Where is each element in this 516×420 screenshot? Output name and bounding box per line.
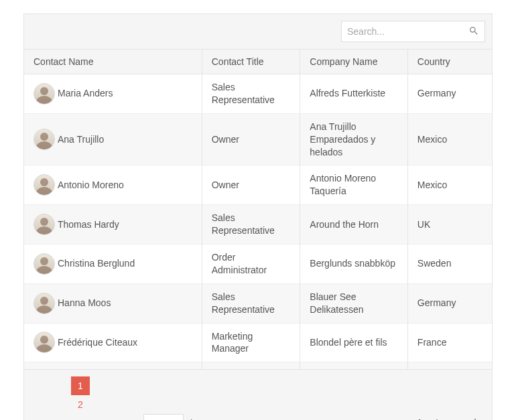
table-row[interactable]: Antonio MorenoOwnerAntonio Moreno Taquer… bbox=[24, 165, 492, 205]
company-name: Blondel père et fils bbox=[300, 324, 408, 362]
contact-name: Maria Anders bbox=[58, 87, 113, 100]
avatar bbox=[34, 332, 55, 353]
country: Germany bbox=[407, 74, 492, 113]
company-name: Ana Trujillo Emparedados y helados bbox=[300, 114, 408, 165]
table-row[interactable]: Ana TrujilloOwnerAna Trujillo Emparedado… bbox=[24, 114, 492, 166]
contact-title: Sales Representative bbox=[202, 284, 300, 323]
avatar bbox=[34, 293, 55, 314]
page-last-button[interactable] bbox=[111, 414, 130, 420]
contact-title: Owner bbox=[202, 114, 300, 165]
contact-name: Antonio Moreno bbox=[58, 179, 124, 192]
search-input[interactable] bbox=[347, 26, 468, 37]
avatar bbox=[34, 253, 55, 275]
contact-name: Frédérique Citeaux bbox=[58, 336, 137, 349]
contact-name: Christina Berglund bbox=[58, 257, 135, 270]
contact-title bbox=[202, 362, 300, 369]
company-name: Berglunds snabbköp bbox=[300, 244, 408, 283]
avatar bbox=[34, 129, 55, 150]
col-contact-name[interactable]: Contact Name bbox=[24, 50, 202, 74]
contact-name: Hanna Moos bbox=[58, 297, 111, 309]
search-box[interactable] bbox=[341, 21, 485, 42]
page-next-button[interactable] bbox=[91, 414, 110, 420]
company-name: Bólido Comidas bbox=[300, 362, 408, 369]
company-name: Blauer See Delikatessen bbox=[300, 284, 408, 323]
country: UK bbox=[407, 205, 492, 244]
table-row[interactable]: Frédérique CiteauxMarketing ManagerBlond… bbox=[24, 324, 492, 363]
table-row[interactable]: Bólido Comidas bbox=[24, 362, 492, 369]
table-row[interactable]: Maria AndersSales RepresentativeAlfreds … bbox=[24, 74, 492, 114]
company-name: Around the Horn bbox=[300, 205, 408, 244]
refresh-icon bbox=[470, 417, 481, 421]
contact-name: Thomas Hardy bbox=[58, 218, 119, 231]
company-name: Alfreds Futterkiste bbox=[300, 74, 408, 113]
page-number-button[interactable]: 1 bbox=[71, 376, 90, 395]
company-name: Antonio Moreno Taquería bbox=[300, 165, 408, 204]
country: Germany bbox=[407, 284, 492, 323]
country bbox=[407, 362, 492, 369]
refresh-button[interactable] bbox=[466, 414, 485, 420]
table-row[interactable]: Thomas HardySales RepresentativeAround t… bbox=[24, 205, 492, 244]
col-company-name[interactable]: Company Name bbox=[300, 50, 408, 74]
page-number-button[interactable]: 2 bbox=[71, 395, 90, 414]
col-contact-title[interactable]: Contact Title bbox=[202, 50, 300, 74]
avatar bbox=[34, 214, 55, 235]
pager: 12345 20 items per page 1 - 20 of 91 ite… bbox=[24, 369, 492, 420]
contact-title: Sales Representative bbox=[202, 74, 300, 113]
search-icon bbox=[468, 25, 479, 38]
country: France bbox=[407, 324, 492, 362]
data-grid: Contact Name Contact Title Company Name … bbox=[23, 13, 493, 420]
page-number-button[interactable]: 3 bbox=[71, 414, 90, 420]
country: Mexico bbox=[407, 114, 492, 165]
country: Mexico bbox=[407, 165, 492, 204]
page-first-button[interactable] bbox=[31, 414, 50, 420]
table-row[interactable]: Hanna MoosSales RepresentativeBlauer See… bbox=[24, 284, 492, 324]
avatar bbox=[34, 174, 55, 196]
table-row[interactable]: Christina BerglundOrder AdministratorBer… bbox=[24, 244, 492, 284]
contact-title: Marketing Manager bbox=[202, 324, 300, 362]
page-size-select[interactable]: 20 bbox=[143, 414, 184, 420]
country: Sweden bbox=[407, 244, 492, 283]
page-prev-button[interactable] bbox=[51, 414, 70, 420]
header-row: Contact Name Contact Title Company Name … bbox=[24, 50, 492, 74]
contact-title: Owner bbox=[202, 165, 300, 204]
avatar bbox=[34, 83, 55, 104]
grid-table: Contact Name Contact Title Company Name … bbox=[24, 49, 492, 369]
col-country[interactable]: Country bbox=[407, 50, 492, 74]
contact-title: Order Administrator bbox=[202, 244, 300, 283]
contact-name: Ana Trujillo bbox=[58, 133, 104, 146]
contact-title: Sales Representative bbox=[202, 205, 300, 244]
grid-toolbar bbox=[24, 14, 492, 49]
